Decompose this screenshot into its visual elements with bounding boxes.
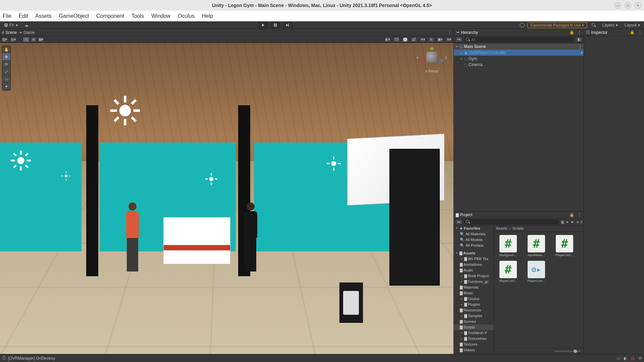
lock-icon[interactable]: 🔒 xyxy=(570,213,574,217)
folder-item[interactable]: ▇Scenes xyxy=(454,319,494,324)
rect-tool[interactable]: ▭ xyxy=(2,75,10,83)
scene-row[interactable]: ▼⬡Main Scene⋮ xyxy=(454,44,584,50)
tab-game[interactable]: ▸Game xyxy=(20,30,35,35)
folder-item[interactable]: ▇Resources xyxy=(454,307,494,313)
scene-viewport[interactable]: ✋ ✥ ⟳ ⤢ ▭ ✦ xyxy=(0,43,453,354)
autorefresh-icon[interactable]: ⟳ xyxy=(639,356,642,361)
menu-gameobject[interactable]: GameObject xyxy=(59,13,89,19)
hierarchy-item[interactable]: ▸▣OVRPlayerController› xyxy=(454,50,584,56)
asset-item[interactable]: #PlayerCont… xyxy=(496,261,520,283)
draw-mode-button[interactable]: ▥▾ xyxy=(1,37,8,42)
scale-tool[interactable]: ⤢ xyxy=(2,68,10,75)
breadcrumb-item[interactable]: Assets xyxy=(496,226,507,230)
breadcrumb-item[interactable]: Scripts xyxy=(513,226,524,230)
folder-item[interactable]: ▸▇TextMesh P xyxy=(454,330,494,336)
folder-item[interactable]: ▇Materials xyxy=(454,285,494,290)
folder-item[interactable]: ▇Textures xyxy=(454,342,494,347)
hierarchy-search[interactable]: All xyxy=(464,37,574,42)
transform-tool[interactable]: ✦ xyxy=(2,83,10,90)
folder-item[interactable]: ▸▇Furniture_gc xyxy=(454,279,494,285)
hidden-visibility-button[interactable]: ⦺3 xyxy=(576,220,582,224)
hierarchy-item[interactable]: ⬚Cinema xyxy=(454,62,584,68)
menu-window[interactable]: Window xyxy=(151,13,170,19)
lighting-toggle[interactable] xyxy=(402,37,409,42)
hand-tool[interactable]: ✋ xyxy=(2,46,10,53)
menu-help[interactable]: Help xyxy=(202,13,213,19)
folder-item[interactable]: ▇Animations xyxy=(454,262,494,267)
tab-project[interactable]: ▇Project xyxy=(456,213,472,217)
favorite-item[interactable]: 🔍All Models xyxy=(454,237,494,243)
local-button[interactable]: ⊞ xyxy=(30,37,37,42)
cloud-button[interactable]: ☁ xyxy=(22,22,31,28)
menu-component[interactable]: Component xyxy=(96,13,124,19)
maximize-button[interactable]: □ xyxy=(625,2,631,9)
favorite-item[interactable]: 🔍All Materials xyxy=(454,231,494,237)
favorites-header[interactable]: ▼★Favorites xyxy=(454,226,494,231)
tab-menu-icon[interactable]: ⋮ xyxy=(578,30,582,35)
bug-icon[interactable]: 🐞 xyxy=(630,356,635,361)
menu-file[interactable]: File xyxy=(3,13,11,19)
pause-button[interactable] xyxy=(271,22,280,28)
menu-tools[interactable]: Tools xyxy=(131,13,144,19)
tab-inspector[interactable]: ⓘInspector xyxy=(586,30,607,35)
favorite-item[interactable]: 🔍All Prefabs xyxy=(454,243,494,248)
save-search-icon[interactable]: ★ xyxy=(571,220,574,224)
folder-item[interactable]: ▸▇Plugins xyxy=(454,302,494,307)
rotate-tool[interactable]: ⟳ xyxy=(2,61,10,68)
asset-item[interactable]: #Backgroun… xyxy=(496,235,520,257)
step-button[interactable] xyxy=(283,22,292,28)
gizmos-button[interactable]: ⊕▾ xyxy=(445,37,452,42)
fx-toggle[interactable]: ✦▾ xyxy=(419,37,426,42)
account-button[interactable]: FA▾ xyxy=(2,22,20,28)
folder-item[interactable]: ▇Music xyxy=(454,290,494,296)
pivot-button[interactable]: ⌗ xyxy=(23,37,30,42)
menu-assets[interactable]: Assets xyxy=(35,13,51,19)
lock-icon[interactable]: 🔒 xyxy=(570,30,574,35)
debug-draw-button[interactable]: ◐▾ xyxy=(384,37,391,42)
filter-by-label-icon[interactable]: ● xyxy=(566,220,569,224)
2d-toggle[interactable]: 2D xyxy=(393,37,400,42)
audio-toggle[interactable]: 🔊 xyxy=(411,37,417,42)
play-button[interactable] xyxy=(259,22,268,28)
search-button[interactable] xyxy=(590,22,598,28)
folder-item[interactable]: ▸▇9t5 PBR Tex xyxy=(454,256,494,262)
asset-item[interactable]: #InputMana… xyxy=(524,235,548,257)
menu-oculus[interactable]: Oculus xyxy=(178,13,195,19)
thumbnail-size-slider[interactable] xyxy=(554,351,581,352)
filter-by-type-icon[interactable]: ▦ xyxy=(561,220,564,224)
folder-item[interactable]: ▸▇TextureHav xyxy=(454,336,494,342)
folder-item[interactable]: ▸▇Brick Project xyxy=(454,273,494,279)
assets-header[interactable]: ▼▇Assets xyxy=(454,250,494,256)
experimental-packages-button[interactable]: Experimental Packages In Use ▾ xyxy=(527,22,587,28)
layers-dropdown[interactable]: Layers ▾ xyxy=(600,22,620,28)
undo-history-button[interactable] xyxy=(520,23,525,27)
vr-icon[interactable]: ⬭ xyxy=(617,356,620,361)
tab-menu-icon[interactable]: ⋮ xyxy=(447,30,451,35)
project-search[interactable] xyxy=(464,219,559,225)
lock-icon[interactable]: 🔒 xyxy=(630,30,635,35)
hierarchy-filter-button[interactable]: ◧ xyxy=(576,37,582,42)
folder-item[interactable]: ▇Audio xyxy=(454,267,494,273)
minimize-button[interactable]: — xyxy=(614,2,621,9)
hierarchy-item[interactable]: ▸⬚Gym xyxy=(454,56,584,62)
tab-menu-icon[interactable]: ⋮ xyxy=(578,213,582,217)
tab-menu-icon[interactable]: ⋮ xyxy=(638,30,642,35)
close-button[interactable]: × xyxy=(635,2,641,9)
move-tool[interactable]: ✥ xyxy=(2,53,10,61)
tab-scene[interactable]: #Scene xyxy=(2,30,17,35)
layout-dropdown[interactable]: Layout ▾ xyxy=(623,22,642,28)
folder-item[interactable]: ▸▇Oculus xyxy=(454,296,494,302)
orientation-gizmo[interactable]: y x z ≡ Persp xyxy=(417,46,447,80)
grid-button[interactable]: ▦▾ xyxy=(38,37,44,42)
shading-mode-button[interactable]: ◍▾ xyxy=(10,37,17,42)
menu-edit[interactable]: Edit xyxy=(19,13,28,19)
create-dropdown[interactable]: +▾ xyxy=(455,37,463,42)
activity-icon[interactable]: ◐ xyxy=(624,356,627,361)
asset-item[interactable]: ⚙▸PlayerCont… xyxy=(524,261,548,283)
folder-item[interactable]: ▸▇Samples xyxy=(454,313,494,319)
camera-button[interactable]: ▣▾ xyxy=(437,37,443,42)
folder-item[interactable]: ▇Scripts xyxy=(454,324,494,330)
project-create-dropdown[interactable]: +▾ xyxy=(455,219,463,225)
asset-item[interactable]: #PlayerCont… xyxy=(552,235,577,257)
tab-hierarchy[interactable]: ≔Hierarchy xyxy=(456,30,478,35)
